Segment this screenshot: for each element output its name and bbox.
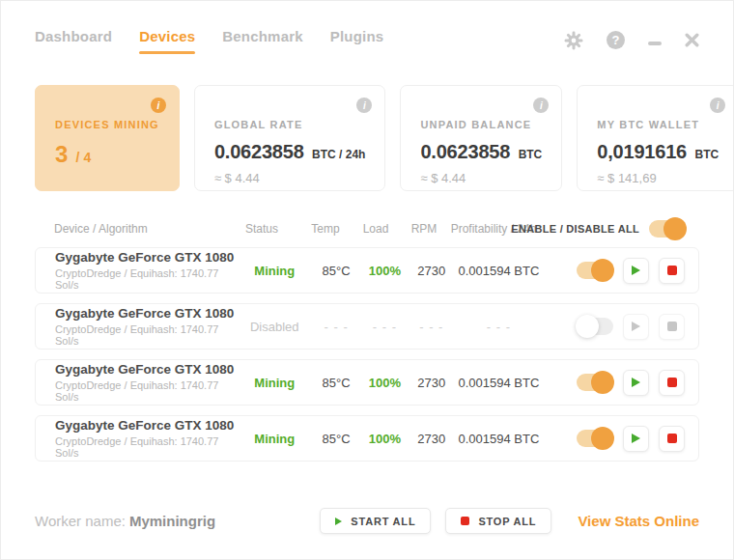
device-algorithm: CryptoDredge / Equihash: 1740.77 Sol/s [55, 323, 240, 347]
info-icon[interactable]: i [710, 98, 725, 113]
enable-all-toggle[interactable] [649, 220, 686, 238]
header-status: Status [225, 222, 298, 236]
play-icon [335, 518, 342, 525]
temp-value: - - - [310, 320, 362, 334]
worker-name: Worker name:Myminingrig [35, 513, 320, 529]
start-all-button[interactable]: START ALL [320, 508, 431, 534]
load-value: 100% [362, 432, 407, 446]
tab-plugins[interactable]: Plugins [330, 28, 384, 52]
rpm-value: - - - [408, 320, 456, 334]
start-device-button[interactable] [623, 370, 649, 396]
temp-value: 85°C [310, 264, 362, 278]
devices-mining-count: 3 [55, 141, 68, 167]
play-icon [632, 266, 640, 275]
header-rpm: RPM [399, 222, 449, 236]
footer-bar: Worker name:Myminingrig START ALL STOP A… [35, 508, 699, 534]
device-enable-toggle[interactable] [577, 318, 613, 335]
tab-devices[interactable]: Devices [139, 28, 195, 52]
device-row-1: Gygabyte GeForce GTX 1080 CryptoDredge /… [35, 247, 699, 294]
device-name: Gygabyte GeForce GTX 1080 [55, 418, 240, 433]
device-cell: Gygabyte GeForce GTX 1080 CryptoDredge /… [36, 250, 240, 291]
window-controls: ? [564, 31, 699, 50]
footer-actions: START ALL STOP ALL View Stats Online [320, 508, 699, 534]
status-value: Mining [254, 264, 295, 278]
device-enable-toggle[interactable] [577, 430, 613, 447]
device-row-4: Gygabyte GeForce GTX 1080 CryptoDredge /… [35, 415, 699, 462]
start-device-button[interactable] [623, 426, 649, 452]
stop-icon [461, 517, 469, 525]
close-icon[interactable] [685, 33, 699, 47]
view-stats-link[interactable]: View Stats Online [578, 513, 699, 529]
header-temp: Temp [298, 222, 353, 236]
stop-device-button[interactable] [659, 426, 685, 452]
profitability-value: 0.001594 BTC [456, 432, 542, 446]
status-value: Mining [254, 432, 295, 446]
nav-tabs: Dashboard Devices Benchmark Plugins [35, 28, 383, 52]
stop-device-button[interactable] [659, 314, 685, 340]
info-icon[interactable]: i [356, 98, 372, 113]
device-name: Gygabyte GeForce GTX 1080 [55, 306, 240, 321]
device-name: Gygabyte GeForce GTX 1080 [55, 250, 240, 265]
start-device-button[interactable] [623, 258, 649, 284]
global-rate-unit: BTC / 24h [312, 148, 365, 161]
app-window: Dashboard Devices Benchmark Plugins [1, 1, 733, 534]
load-value: 100% [362, 376, 407, 390]
help-icon[interactable]: ? [607, 31, 625, 49]
device-enable-toggle[interactable] [577, 262, 613, 279]
device-cell: Gygabyte GeForce GTX 1080 CryptoDredge /… [36, 362, 240, 403]
device-algorithm: CryptoDredge / Equihash: 1740.77 Sol/s [55, 435, 240, 459]
card-label: UNPAID BALANCE [420, 119, 542, 130]
device-name: Gygabyte GeForce GTX 1080 [55, 362, 240, 377]
header-enable-all: ENABLE / DISABLE ALL [511, 223, 639, 235]
worker-name-label: Worker name: [35, 513, 126, 529]
start-device-button[interactable] [623, 314, 649, 340]
minimize-icon[interactable] [648, 42, 662, 45]
status-value: Mining [254, 376, 295, 390]
device-algorithm: CryptoDredge / Equihash: 1740.77 Sol/s [55, 267, 240, 291]
unpaid-balance-usd: ≈ $ 4.44 [420, 171, 542, 185]
settings-icon[interactable] [564, 31, 583, 50]
wallet-value: 0,0191616 [597, 141, 687, 162]
card-global-rate: i GLOBAL RATE 0.0623858 BTC / 24h ≈ $ 4.… [194, 85, 386, 191]
temp-value: 85°C [310, 432, 362, 446]
temp-value: 85°C [310, 376, 362, 390]
device-enable-toggle[interactable] [577, 374, 613, 391]
play-icon [632, 378, 640, 387]
table-header: Device / Algorithm Status Temp Load RPM … [35, 220, 699, 247]
stop-icon [667, 434, 677, 443]
play-icon [632, 434, 640, 443]
info-icon[interactable]: i [533, 98, 549, 113]
profitability-value: - - - [456, 320, 542, 334]
card-btc-wallet: i MY BTC WALLET 0,0191616 BTC ≈ $ 141,69 [577, 85, 734, 191]
header-load: Load [353, 222, 399, 236]
toggle-knob [591, 427, 614, 450]
profitability-value: 0.001594 BTC [456, 264, 542, 278]
stop-all-label: STOP ALL [478, 516, 536, 527]
rpm-value: 2730 [408, 264, 456, 278]
wallet-unit: BTC [695, 148, 720, 161]
rpm-value: 2730 [408, 376, 456, 390]
wallet-usd: ≈ $ 141,69 [597, 171, 719, 185]
stop-all-button[interactable]: STOP ALL [445, 508, 551, 534]
rpm-value: 2730 [408, 432, 456, 446]
info-icon[interactable]: i [151, 98, 166, 113]
card-label: GLOBAL RATE [214, 119, 366, 130]
toggle-knob [576, 315, 599, 338]
tab-dashboard[interactable]: Dashboard [35, 28, 112, 52]
card-devices-mining: i DEVICES MINING 3 / 4 [35, 85, 180, 191]
device-row-3: Gygabyte GeForce GTX 1080 CryptoDredge /… [35, 359, 699, 406]
unpaid-balance-value: 0.0623858 [420, 141, 510, 162]
start-all-label: START ALL [351, 516, 415, 527]
device-cell: Gygabyte GeForce GTX 1080 CryptoDredge /… [36, 306, 240, 347]
global-rate-usd: ≈ $ 4.44 [214, 171, 366, 185]
tab-benchmark[interactable]: Benchmark [222, 28, 303, 52]
devices-total-count: / 4 [76, 150, 92, 165]
stop-device-button[interactable] [659, 370, 685, 396]
stop-device-button[interactable] [659, 258, 685, 284]
stop-icon [667, 378, 677, 387]
status-value: Disabled [250, 320, 299, 334]
top-nav: Dashboard Devices Benchmark Plugins [35, 1, 699, 52]
device-row-2: Gygabyte GeForce GTX 1080 CryptoDredge /… [35, 303, 699, 350]
stop-icon [667, 322, 677, 331]
device-cell: Gygabyte GeForce GTX 1080 CryptoDredge /… [36, 418, 240, 459]
